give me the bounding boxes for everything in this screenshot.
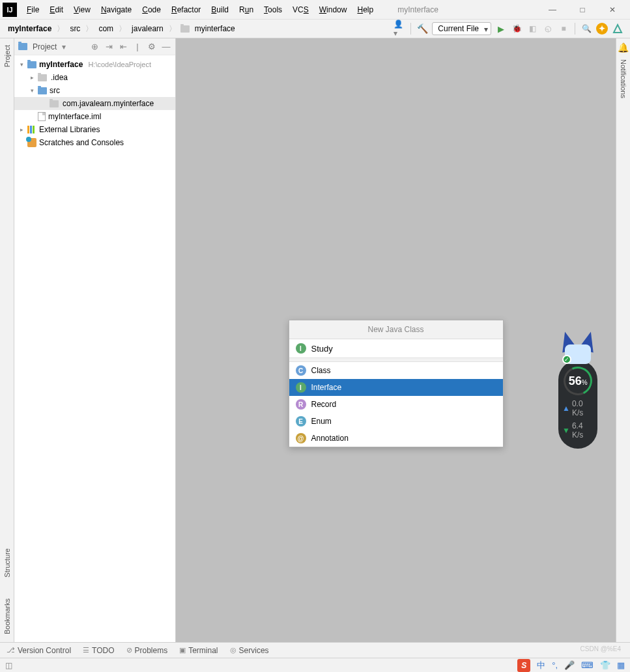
popup-option-interface[interactable]: IInterface bbox=[289, 379, 503, 396]
bell-icon[interactable]: 🔔 bbox=[618, 42, 629, 53]
popup-option-annotation[interactable]: @Annotation bbox=[289, 430, 503, 447]
project-icon bbox=[18, 43, 27, 50]
type-badge-icon: I bbox=[296, 382, 306, 393]
tool-icon: ☰ bbox=[83, 646, 89, 654]
option-label: Enum bbox=[311, 417, 332, 426]
menu-navigate[interactable]: Navigate bbox=[96, 3, 136, 16]
ime-tray: S 中 °, 🎤 ⌨ 👕 ▦ bbox=[517, 659, 625, 672]
popup-option-enum[interactable]: EEnum bbox=[289, 413, 503, 430]
expand-all-icon[interactable]: ⇥ bbox=[104, 42, 114, 52]
ime-mic-icon[interactable]: 🎤 bbox=[564, 660, 575, 670]
rail-structure[interactable]: Structure bbox=[3, 546, 11, 580]
tree-label: com.javalearn.myinterface bbox=[63, 99, 154, 108]
tree-libraries[interactable]: ▸ External Libraries bbox=[14, 123, 175, 136]
select-opened-icon[interactable]: ⊕ bbox=[89, 42, 100, 52]
type-badge-icon: @ bbox=[296, 433, 306, 443]
menu-refactor[interactable]: Refactor bbox=[167, 3, 205, 16]
chevron-down-icon[interactable]: ▾ bbox=[29, 87, 35, 94]
tree-label: src bbox=[50, 86, 60, 95]
tree-path: H:\code\IdeaProject bbox=[88, 61, 151, 68]
menu-run[interactable]: Run bbox=[235, 3, 258, 16]
minimize-button[interactable]: — bbox=[537, 0, 567, 20]
search-icon[interactable]: 🔍 bbox=[580, 23, 592, 35]
tool-terminal[interactable]: ▣Terminal bbox=[179, 646, 218, 655]
progress-ring: 56% bbox=[560, 363, 596, 399]
ime-punct-icon[interactable]: °, bbox=[552, 660, 558, 670]
ime-grid-icon[interactable]: ▦ bbox=[617, 660, 625, 670]
tool-version-control[interactable]: ⎇Version Control bbox=[7, 646, 71, 655]
coverage-button[interactable]: ◧ bbox=[526, 23, 538, 35]
popup-option-record[interactable]: RRecord bbox=[289, 396, 503, 413]
iml-file-icon bbox=[38, 112, 46, 121]
stop-button[interactable]: ■ bbox=[558, 23, 569, 35]
tool-icon: ◎ bbox=[230, 646, 236, 654]
assistant-widget[interactable]: ✓ 56% ▲0.0 K/s ▼6.4 K/s bbox=[558, 331, 597, 449]
tree-package[interactable]: com.javalearn.myinterface bbox=[14, 97, 175, 110]
tool-problems[interactable]: ⊘Problems bbox=[126, 646, 168, 655]
debug-button[interactable]: 🐞 bbox=[511, 23, 523, 35]
status-bar: ◫ S 中 °, 🎤 ⌨ 👕 ▦ bbox=[0, 658, 630, 672]
chevron-down-icon[interactable]: ▾ bbox=[18, 61, 25, 68]
right-tool-rail: 🔔 Notifications bbox=[616, 38, 630, 642]
code-with-me-icon[interactable] bbox=[612, 23, 623, 35]
ime-zh-icon[interactable]: 中 bbox=[537, 660, 545, 671]
menu-help[interactable]: Help bbox=[352, 3, 378, 16]
app-icon: IJ bbox=[3, 3, 17, 17]
tree-label: External Libraries bbox=[39, 125, 100, 134]
class-name-input[interactable] bbox=[311, 344, 496, 354]
menu-vcs[interactable]: VCS bbox=[288, 3, 313, 16]
ime-keyboard-icon[interactable]: ⌨ bbox=[581, 660, 594, 670]
collapse-all-icon[interactable]: ⇤ bbox=[118, 42, 128, 52]
rail-notifications[interactable]: Notifications bbox=[620, 57, 627, 101]
menu-edit[interactable]: Edit bbox=[45, 3, 68, 16]
tool-services[interactable]: ◎Services bbox=[230, 646, 269, 655]
main-area: Project Structure Bookmarks Project ▾ ⊕ … bbox=[0, 38, 630, 642]
ide-update-button[interactable]: ✦ bbox=[596, 23, 608, 35]
rail-bookmarks[interactable]: Bookmarks bbox=[3, 596, 11, 637]
upload-speed: ▲0.0 K/s bbox=[562, 399, 594, 417]
run-config-dropdown[interactable]: Current File bbox=[432, 22, 491, 35]
popup-input-row: I bbox=[289, 339, 503, 358]
profile-button[interactable]: ◵ bbox=[542, 23, 554, 35]
separator: | bbox=[132, 42, 143, 52]
hide-icon[interactable]: — bbox=[161, 42, 171, 52]
rail-project[interactable]: Project bbox=[3, 42, 11, 70]
crumb-javalearn[interactable]: javalearn bbox=[130, 23, 165, 35]
tree-iml[interactable]: myInterface.iml bbox=[14, 110, 175, 123]
tree-root[interactable]: ▾ myInterface H:\code\IdeaProject bbox=[14, 58, 175, 71]
maximize-button[interactable]: □ bbox=[567, 0, 597, 20]
popup-option-class[interactable]: CClass bbox=[289, 362, 503, 379]
settings-icon[interactable]: ⚙ bbox=[147, 42, 157, 52]
ime-switch-icon[interactable]: S bbox=[517, 659, 530, 672]
menu-window[interactable]: Window bbox=[315, 3, 352, 16]
crumb-myinterface[interactable]: myinterface bbox=[193, 23, 236, 35]
build-button[interactable]: 🔨 bbox=[416, 23, 428, 35]
menu-code[interactable]: Code bbox=[137, 3, 165, 16]
menu-file[interactable]: File bbox=[22, 3, 44, 16]
chevron-right-icon[interactable]: ▸ bbox=[18, 126, 25, 133]
tree-src[interactable]: ▾ src bbox=[14, 84, 175, 97]
interface-icon: I bbox=[296, 343, 306, 354]
menu-view[interactable]: View bbox=[69, 3, 95, 16]
user-icon[interactable]: 👤▾ bbox=[394, 23, 405, 35]
run-button[interactable]: ▶ bbox=[495, 23, 507, 35]
crumb-src[interactable]: src bbox=[68, 23, 81, 35]
tree-scratches[interactable]: Scratches and Consoles bbox=[14, 136, 175, 149]
chevron-right-icon: 〉 bbox=[57, 23, 64, 35]
source-folder-icon bbox=[38, 87, 47, 94]
tool-todo[interactable]: ☰TODO bbox=[83, 646, 114, 655]
type-badge-icon: R bbox=[296, 399, 306, 410]
status-icon[interactable]: ◫ bbox=[5, 661, 12, 670]
menu-tools[interactable]: Tools bbox=[259, 3, 287, 16]
close-button[interactable]: ✕ bbox=[597, 0, 627, 20]
chevron-down-icon[interactable]: ▾ bbox=[62, 42, 66, 51]
tree-idea[interactable]: ▸ .idea bbox=[14, 71, 175, 84]
menu-build[interactable]: Build bbox=[207, 3, 233, 16]
crumb-com[interactable]: com bbox=[97, 23, 115, 35]
chevron-right-icon: 〉 bbox=[85, 23, 93, 35]
tool-label: TODO bbox=[92, 646, 114, 655]
chevron-right-icon[interactable]: ▸ bbox=[29, 74, 35, 81]
crumb-root[interactable]: myInterface bbox=[7, 23, 53, 35]
percent-value: 56 bbox=[569, 374, 582, 388]
ime-shirt-icon[interactable]: 👕 bbox=[600, 660, 610, 670]
